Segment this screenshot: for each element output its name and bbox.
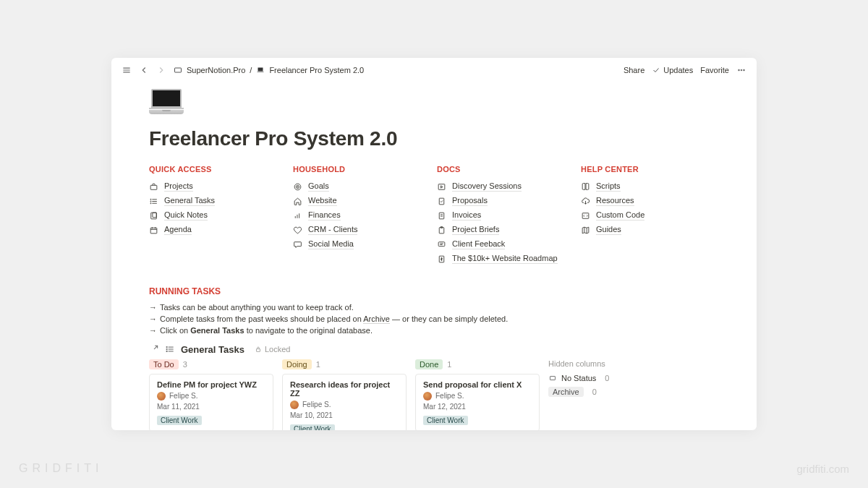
card-title: Research ideas for project ZZ <box>290 380 399 398</box>
breadcrumb[interactable]: SuperNotion.Pro / Freelancer Pro System … <box>174 66 364 74</box>
svg-rect-36 <box>438 241 445 246</box>
updates-button[interactable]: Updates <box>652 66 693 74</box>
svg-point-8 <box>744 69 745 71</box>
link-resources[interactable]: Resources <box>581 194 718 208</box>
updates-label: Updates <box>663 66 693 74</box>
hints: →Tasks can be about anything you want to… <box>149 302 719 337</box>
svg-point-50 <box>166 351 167 352</box>
tag-done[interactable]: Done <box>415 359 443 369</box>
locked-indicator: Locked <box>255 345 290 354</box>
card-author: Felipe S. <box>435 392 464 400</box>
breadcrumb-current[interactable]: Freelancer Pro System 2.0 <box>269 66 364 74</box>
hint-2b: — or they can be simply deleted. <box>390 314 508 323</box>
back-icon[interactable] <box>139 65 149 75</box>
favorite-button[interactable]: Favorite <box>700 66 729 74</box>
hidden-nostatus[interactable]: No Status 0 <box>548 374 657 382</box>
link-proposals[interactable]: Proposals <box>437 194 581 208</box>
share-button[interactable]: Share <box>624 66 644 74</box>
heading-running-tasks: RUNNING TASKS <box>149 286 719 296</box>
link-agenda[interactable]: Agenda <box>149 223 293 237</box>
link-custom-code[interactable]: Custom Code <box>581 208 718 223</box>
svg-rect-31 <box>439 213 444 219</box>
page-icon-laptop[interactable] <box>149 85 184 117</box>
link-label: Scripts <box>596 181 621 192</box>
link-crm-clients[interactable]: CRM - Clients <box>293 223 437 237</box>
chat-icon <box>293 240 302 249</box>
expand-icon[interactable] <box>149 344 159 354</box>
svg-rect-18 <box>150 228 157 234</box>
link-scripts[interactable]: Scripts <box>581 179 718 194</box>
link-guides[interactable]: Guides <box>581 223 718 237</box>
svg-rect-17 <box>153 213 156 218</box>
link-social-media[interactable]: Social Media <box>293 237 437 252</box>
forward-icon[interactable] <box>156 65 166 75</box>
link-10k-roadmap[interactable]: The $10k+ Website Roadmap <box>437 252 581 266</box>
link-label: Discovery Sessions <box>452 181 522 192</box>
link-general-tasks[interactable]: General Tasks <box>149 194 293 208</box>
link-website[interactable]: Website <box>293 194 437 208</box>
link-project-briefs[interactable]: Project Briefs <box>437 223 581 237</box>
board-hidden-columns: Hidden columns No Status 0 Archive 0 <box>548 359 657 430</box>
link-label: Projects <box>164 181 193 192</box>
link-client-feedback[interactable]: Client Feeback <box>437 237 581 252</box>
locked-label: Locked <box>265 345 290 354</box>
link-label: CRM - Clients <box>308 225 357 235</box>
calendar-icon <box>149 226 158 235</box>
svg-point-15 <box>150 202 151 203</box>
archive-count: 0 <box>592 388 597 396</box>
heart-icon <box>293 226 302 235</box>
heading-quick-access: QUICK ACCESS <box>149 165 293 174</box>
link-label: Agenda <box>164 225 192 235</box>
svg-point-7 <box>741 69 742 71</box>
count-done: 1 <box>447 360 451 369</box>
kanban-board: To Do3 Define PM for project YWZ Felipe … <box>149 359 719 430</box>
card-define-pm[interactable]: Define PM for project YWZ Felipe S. Mar … <box>149 374 273 430</box>
receipt-icon <box>437 211 446 221</box>
more-icon[interactable] <box>736 65 746 75</box>
page-content: Freelancer Pro System 2.0 QUICK ACCESS P… <box>111 85 757 430</box>
svg-line-44 <box>154 346 158 350</box>
board-column-doing: Doing1 Research ideas for project ZZ Fel… <box>282 359 407 430</box>
parent-page-icon <box>174 66 182 74</box>
svg-point-48 <box>166 347 167 348</box>
link-label: Project Briefs <box>452 225 499 235</box>
link-quick-notes[interactable]: Quick Notes <box>149 208 293 223</box>
empty-status-icon <box>548 374 557 382</box>
link-label: Proposals <box>452 196 488 206</box>
link-label: Resources <box>596 196 634 206</box>
list-view-icon[interactable] <box>165 344 175 354</box>
hint-3-bold: General Tasks <box>190 326 244 335</box>
tag-doing[interactable]: Doing <box>282 359 312 369</box>
card-chip: Client Work <box>423 416 468 425</box>
svg-rect-3 <box>175 68 182 72</box>
link-projects[interactable]: Projects <box>149 179 293 194</box>
link-goals[interactable]: Goals <box>293 179 437 194</box>
link-invoices[interactable]: Invoices <box>437 208 581 223</box>
book-icon <box>581 182 590 192</box>
heading-household: HOUSEHOLD <box>293 165 437 174</box>
breadcrumb-parent[interactable]: SuperNotion.Pro <box>187 66 245 74</box>
card-send-proposal[interactable]: Send proposal for client X Felipe S. Mar… <box>415 374 540 430</box>
heading-docs: DOCS <box>437 165 581 174</box>
link-finances[interactable]: Finances <box>293 208 437 223</box>
hidden-archive[interactable]: Archive 0 <box>548 387 657 397</box>
hamburger-icon[interactable] <box>122 65 132 75</box>
hidden-columns-label: Hidden columns <box>548 359 657 368</box>
hint-2-link[interactable]: Archive <box>363 314 390 324</box>
hint-1: Tasks can be about anything you want to … <box>160 303 354 312</box>
link-discovery-sessions[interactable]: Discovery Sessions <box>437 179 581 194</box>
database-header: General Tasks Locked <box>149 344 719 355</box>
tag-todo[interactable]: To Do <box>149 359 179 369</box>
map-icon <box>581 226 590 235</box>
card-research-ideas[interactable]: Research ideas for project ZZ Felipe S. … <box>282 374 407 430</box>
svg-rect-16 <box>151 213 157 219</box>
database-title[interactable]: General Tasks <box>181 344 244 355</box>
page-title: Freelancer Pro System 2.0 <box>149 127 719 150</box>
card-title: Send proposal for client X <box>423 380 532 389</box>
svg-rect-4 <box>258 68 263 72</box>
svg-point-13 <box>150 199 151 200</box>
link-label: Client Feeback <box>452 239 505 249</box>
link-columns: QUICK ACCESS Projects General Tasks Quic… <box>149 165 719 266</box>
download-cloud-icon <box>581 197 590 206</box>
nostatus-label: No Status <box>561 374 596 382</box>
